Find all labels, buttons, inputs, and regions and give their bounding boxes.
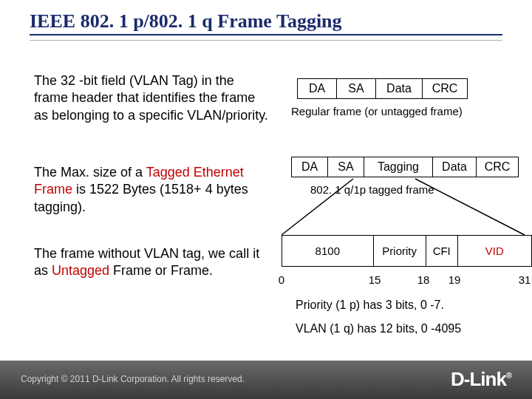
title-underline [30, 34, 502, 41]
bitnum-15: 15 [369, 273, 381, 286]
paragraph-untagged: The frame without VLAN tag, we call it a… [34, 245, 270, 280]
tcell-data: Data [433, 157, 477, 177]
brand-logo: D-Link® [451, 368, 511, 391]
bits-8100: 8100 [282, 236, 374, 267]
copyright-text: Copyright © 2011 D-Link Corporation. All… [21, 374, 245, 384]
p3-red: Untagged [52, 263, 109, 278]
untagged-caption: Regular frame (or untagged frame) [291, 105, 463, 117]
cell-data: Data [376, 79, 423, 99]
bitnum-31: 31 [519, 273, 531, 286]
p3-b: Frame or Frame. [109, 263, 213, 278]
tcell-tag: Tagging [364, 157, 433, 177]
footer-bar: Copyright © 2011 D-Link Corporation. All… [0, 361, 532, 399]
note-vlan: VLAN (1 q) has 12 bits, 0 -4095 [296, 322, 461, 335]
paragraph-size: The Max. size of a Tagged Ethernet Frame… [34, 164, 270, 216]
bitnum-0: 0 [279, 273, 284, 286]
bits-vid: VID [457, 236, 531, 267]
bitfield-table: 8100 Priority CFI VID [282, 235, 532, 267]
bits-cfi: CFI [426, 236, 457, 267]
tagged-frame-table: DA SA Tagging Data CRC [291, 157, 519, 177]
paragraph-intro: The 32 -bit field (VLAN Tag) in the fram… [34, 72, 270, 124]
untagged-frame-table: DA SA Data CRC [297, 78, 468, 99]
registered-icon: ® [506, 371, 511, 380]
tcell-crc: CRC [477, 157, 519, 177]
p2-a: The Max. size of a [34, 165, 146, 180]
bits-priority: Priority [373, 236, 426, 267]
cell-sa: SA [337, 79, 376, 99]
note-priority: Priority (1 p) has 3 bits, 0 -7. [296, 299, 444, 312]
page-title: IEEE 802. 1 p/802. 1 q Frame Tagging [30, 10, 502, 33]
brand-name: D-Link [451, 368, 506, 390]
tcell-da: DA [292, 157, 328, 177]
tcell-sa: SA [328, 157, 364, 177]
tagged-caption: 802. 1 q/1p tagged frame [310, 183, 434, 196]
bitnum-19: 19 [449, 273, 461, 286]
bitnum-18: 18 [417, 273, 430, 286]
cell-da: DA [298, 79, 337, 99]
cell-crc: CRC [423, 79, 468, 99]
